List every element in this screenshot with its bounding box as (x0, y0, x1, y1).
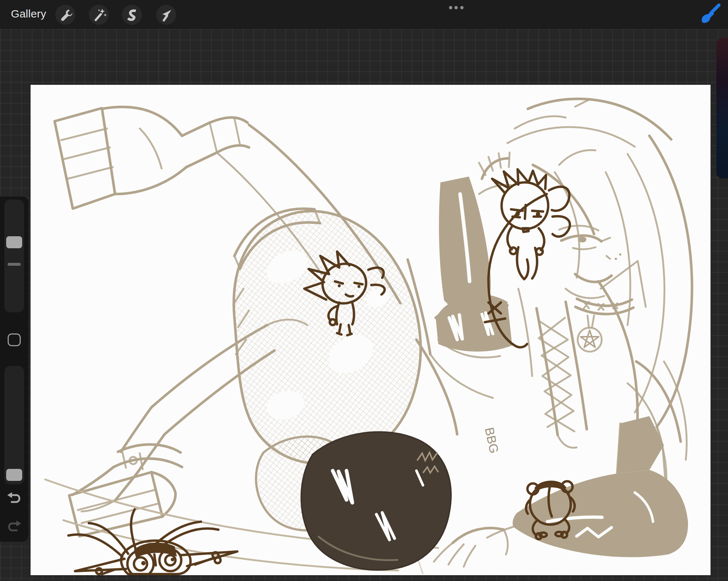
sketch-face (559, 226, 621, 298)
sketch-boot-bottom-left (69, 407, 182, 536)
top-toolbar: Gallery (0, 0, 728, 29)
gallery-button[interactable]: Gallery (11, 0, 46, 29)
paint-tool-button[interactable] (697, 2, 724, 26)
redo-button[interactable] (6, 518, 23, 535)
wrench-icon (57, 7, 74, 23)
ellipsis-icon (447, 6, 466, 12)
magic-wand-icon (91, 7, 107, 23)
actions-button[interactable] (55, 5, 75, 25)
tattoo-scribble-text: BBG (482, 426, 501, 455)
undo-icon (6, 502, 23, 508)
sketch-choker (575, 299, 633, 352)
canvas-artwork: BBG (31, 85, 711, 575)
sketch-shorts (301, 432, 451, 570)
canvas-options-button[interactable] (447, 4, 466, 11)
sketch-hair (507, 99, 692, 485)
sketch-boot-top-left (55, 107, 249, 209)
adjustments-button[interactable] (89, 5, 109, 25)
transform-arrow-icon (158, 7, 175, 23)
brush-size-marker (8, 263, 21, 266)
selection-s-icon (124, 7, 141, 23)
workspace-background: BBG (0, 29, 728, 581)
opacity-handle[interactable] (6, 469, 22, 481)
selection-button[interactable] (122, 5, 142, 25)
procreate-screen: Gallery (0, 0, 728, 581)
redo-icon (6, 530, 23, 536)
brush-sidebar (0, 197, 28, 542)
transform-button[interactable] (156, 5, 176, 25)
floating-panel-edge[interactable] (716, 38, 728, 178)
sketch-corset (518, 261, 646, 448)
chibi-doodle-head (485, 169, 570, 347)
brush-size-handle[interactable] (6, 236, 22, 248)
undo-button[interactable] (6, 490, 23, 507)
modify-button[interactable] (8, 333, 21, 346)
opacity-slider[interactable] (4, 366, 24, 485)
brush-size-slider[interactable] (4, 199, 24, 312)
paintbrush-icon (697, 21, 724, 27)
drawing-canvas[interactable]: BBG (31, 85, 711, 575)
sketch-glove-arm (513, 361, 688, 557)
